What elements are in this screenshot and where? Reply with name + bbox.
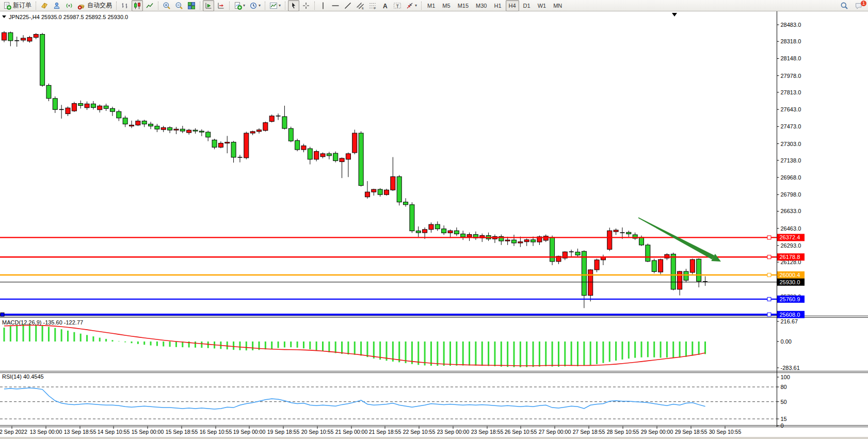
notifications-button[interactable]: 1 <box>854 0 865 11</box>
candle-body <box>454 231 459 234</box>
candle-body <box>288 128 293 141</box>
cursor-button[interactable] <box>288 0 299 11</box>
toolbar: 新订单自动交易▾▾▾EFAT▾M1M5M15M30H1H4D1W1MN1 <box>0 0 868 11</box>
autotrade-button[interactable]: 自动交易 <box>76 0 114 11</box>
support-line-2-left-handle[interactable] <box>1 313 4 316</box>
hline-button[interactable] <box>330 0 341 11</box>
auto-scroll-button[interactable] <box>203 0 214 11</box>
tf-d1-button[interactable]: D1 <box>520 0 534 11</box>
candle-body <box>250 132 255 133</box>
candle-body <box>2 32 7 40</box>
time-tick-label: 15 Sep 00:00 <box>132 429 164 435</box>
tf-mn-button[interactable]: MN <box>550 0 565 11</box>
candle-body <box>384 190 389 194</box>
pivot-line-handle[interactable] <box>767 273 771 277</box>
support-line-1-handle[interactable] <box>767 297 771 301</box>
tf-w1-button[interactable]: W1 <box>535 0 550 11</box>
styler-button[interactable] <box>39 0 50 11</box>
candle-body <box>340 158 344 162</box>
candle-body <box>352 133 357 153</box>
shift-icon <box>217 2 225 10</box>
candle-body <box>671 254 676 289</box>
candle-body <box>314 152 319 159</box>
chart-canvas[interactable]: 28483.028318.028148.027978.027813.027643… <box>0 11 868 439</box>
candle-body <box>550 237 555 262</box>
resistance-line-1-handle[interactable] <box>767 236 771 239</box>
new-order-icon <box>3 2 11 10</box>
candle-chart-button[interactable] <box>132 0 143 11</box>
support-line-2-handle[interactable] <box>767 313 771 316</box>
chart-area[interactable] <box>0 11 868 439</box>
candle-body <box>333 153 338 160</box>
indicators-icon <box>234 2 242 10</box>
tf-m15-button[interactable]: M15 <box>455 0 472 11</box>
macd-tick-label: 216.67 <box>781 318 798 324</box>
tf-m5-button[interactable]: M5 <box>439 0 453 11</box>
fibonacci-button[interactable]: F <box>367 0 378 11</box>
crosshair-button[interactable] <box>300 0 312 11</box>
chart-shift-button[interactable] <box>215 0 227 11</box>
profile-button[interactable] <box>51 0 62 11</box>
line-chart-button[interactable] <box>144 0 155 11</box>
chevron-down-icon: ▾ <box>415 3 417 8</box>
tile-windows-button[interactable] <box>186 0 197 11</box>
signals-button[interactable] <box>63 0 75 11</box>
tf-m30-button[interactable]: M30 <box>473 0 490 11</box>
candle-body <box>320 154 325 157</box>
rsi-tick-label: 50 <box>781 399 787 405</box>
candle-body <box>206 132 211 137</box>
candle-body <box>66 108 70 113</box>
templates-button[interactable]: ▾ <box>268 0 282 11</box>
candle-body <box>21 38 26 40</box>
candle-body <box>372 189 376 192</box>
tf-m5-button-label: M5 <box>441 3 452 9</box>
periods-button[interactable]: ▾ <box>248 0 262 11</box>
time-tick-label: 26 Sep 10:55 <box>505 429 537 435</box>
indicators-button[interactable]: ▾ <box>232 0 247 11</box>
zoom-in-button[interactable] <box>161 0 172 11</box>
candle-body <box>257 130 262 132</box>
price-tick-label: 28148.0 <box>781 55 801 61</box>
candle-body <box>582 251 586 295</box>
candle-body <box>161 127 166 129</box>
candle-body <box>218 143 223 148</box>
tf-h4-button[interactable]: H4 <box>506 0 519 11</box>
bar-chart-button[interactable] <box>119 0 131 11</box>
time-tick-label: 22 Sep 10:55 <box>403 429 436 435</box>
label-button[interactable]: T <box>392 0 403 11</box>
candle-body <box>346 154 350 159</box>
tf-h4-button-label: H4 <box>507 3 518 9</box>
zoom-out-button[interactable] <box>173 0 185 11</box>
new-order-button[interactable]: 新订单 <box>2 0 33 11</box>
tf-h1-button[interactable]: H1 <box>491 0 504 11</box>
styler-icon <box>40 2 49 10</box>
trendline-button[interactable] <box>342 0 353 11</box>
time-tick-label: 16 Sep 10:55 <box>200 429 232 435</box>
signal-icon <box>65 2 73 10</box>
candle-body <box>225 142 230 143</box>
candle-body <box>646 245 650 262</box>
time-tick-label: 19 Sep 00:00 <box>233 429 266 435</box>
toolbar-separator <box>158 2 158 10</box>
channel-button[interactable]: E <box>355 0 366 11</box>
notification-badge: 1 <box>861 1 866 6</box>
arrows-button[interactable]: ▾ <box>404 0 419 11</box>
chevron-down-icon: ▾ <box>243 3 245 8</box>
search-button[interactable] <box>839 0 850 11</box>
tf-m1-button[interactable]: M1 <box>424 0 438 11</box>
candle-body <box>130 125 134 126</box>
text-button[interactable]: A <box>379 0 391 11</box>
resistance-line-2-handle[interactable] <box>767 255 771 259</box>
profile-icon <box>53 2 61 10</box>
symbol-ohlc-label: JPN225-,H4 25935.0 25987.5 25892.5 25930… <box>9 14 128 20</box>
tf-m1-button-label: M1 <box>426 3 437 9</box>
candle-body <box>212 140 217 147</box>
application-window: 新订单自动交易▾▾▾EFAT▾M1M5M15M30H1H4D1W1MN1 284… <box>0 0 868 439</box>
vline-button[interactable] <box>317 0 329 11</box>
candle-body <box>263 123 268 131</box>
candle-body <box>435 224 440 229</box>
clock-icon <box>249 2 258 10</box>
candle-body <box>117 111 121 118</box>
candle-body <box>429 224 433 230</box>
candle-body <box>575 252 580 255</box>
